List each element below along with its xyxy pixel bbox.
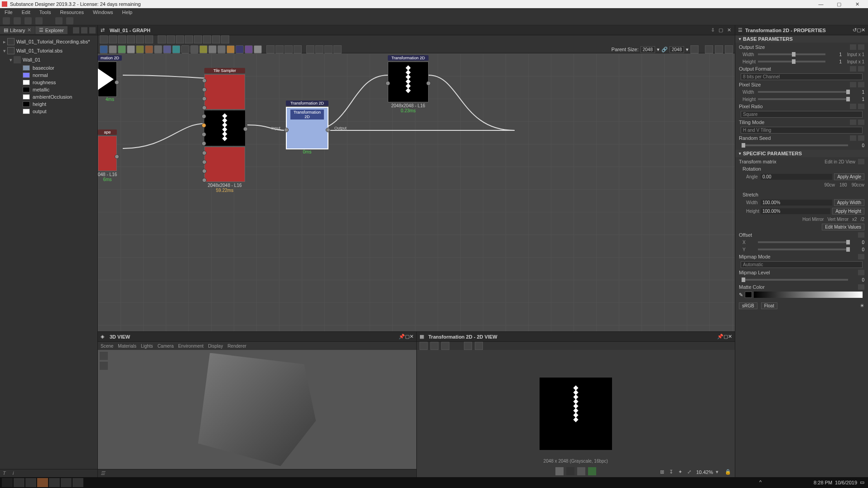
input-port[interactable]: [202, 141, 206, 146]
chevron-right-icon[interactable]: ▸: [2, 39, 7, 45]
button-apply-width[interactable]: Apply Width: [834, 199, 864, 206]
slider-height[interactable]: [758, 61, 825, 62]
input-port[interactable]: [202, 96, 207, 101]
channel-g-icon[interactable]: [577, 467, 585, 475]
tray-wifi-icon[interactable]: [796, 479, 802, 486]
start-button[interactable]: [2, 478, 13, 487]
button-apply-angle[interactable]: Apply Angle: [834, 173, 864, 180]
tab-explorer[interactable]: ☰ Explorer: [35, 26, 68, 34]
menu-display[interactable]: Display: [208, 344, 223, 349]
button-vert-mirror[interactable]: Vert Mirror: [827, 217, 849, 222]
view2d-viewport[interactable]: 2048 x 2048 (Grayscale, 16bpc) ⊞ ↧ ✦ ⤢ 1…: [417, 350, 735, 477]
inherit-icon[interactable]: [850, 82, 856, 87]
input-port[interactable]: [386, 81, 390, 86]
node-body[interactable]: [388, 62, 429, 102]
menu-renderer[interactable]: Renderer: [227, 344, 246, 349]
input-port[interactable]: [202, 123, 206, 128]
inherit-icon[interactable]: [850, 104, 856, 109]
button-hori-mirror[interactable]: Hori Mirror: [802, 217, 824, 222]
node-bitmap[interactable]: [245, 45, 253, 53]
tab-close-icon[interactable]: ✕: [27, 27, 31, 33]
output-normal[interactable]: normal: [0, 72, 97, 79]
open-icon[interactable]: [14, 17, 21, 24]
channel-b-icon[interactable]: [588, 467, 596, 475]
tray-battery-icon[interactable]: [786, 479, 793, 486]
menu-help[interactable]: Help: [120, 10, 135, 15]
input-port[interactable]: [202, 178, 207, 182]
frame-add-icon[interactable]: [285, 45, 293, 53]
section-specific-parameters[interactable]: SPECIFIC PARAMETERS: [735, 150, 868, 157]
value-height[interactable]: 1: [828, 59, 842, 64]
value-px-height[interactable]: 1: [851, 97, 864, 102]
node-body[interactable]: [98, 62, 117, 97]
node-hsl[interactable]: [181, 45, 189, 53]
menu-scene[interactable]: Scene: [101, 344, 113, 349]
value-mipmap-level[interactable]: 0: [851, 277, 864, 282]
reset-icon[interactable]: [858, 44, 864, 50]
node-curve[interactable]: [136, 45, 144, 53]
info-icon[interactable]: [464, 342, 472, 350]
node-blur[interactable]: [145, 45, 153, 53]
menu-tools[interactable]: Tools: [37, 10, 54, 15]
value-px-width[interactable]: 1: [851, 90, 864, 95]
taskbar-date[interactable]: 10/6/2019: [835, 480, 857, 485]
node-warp[interactable]: [163, 45, 171, 53]
pin-icon[interactable]: 📌: [399, 334, 405, 340]
input-angle[interactable]: [761, 174, 832, 180]
button-x2[interactable]: x2: [852, 217, 857, 222]
zoom-lock-icon[interactable]: ▾: [716, 469, 722, 475]
output-basecolor[interactable]: basecolor: [0, 64, 97, 72]
task-explorer-icon[interactable]: [72, 478, 83, 487]
reset-icon[interactable]: [858, 254, 864, 259]
node-sharpen[interactable]: [154, 45, 162, 53]
display-icon[interactable]: [324, 45, 333, 53]
info-icon[interactable]: T: [3, 470, 9, 477]
reset-icon[interactable]: [858, 284, 864, 290]
undo-icon[interactable]: [55, 17, 63, 24]
input-stretch-width[interactable]: [761, 200, 832, 206]
input-port[interactable]: [202, 105, 207, 110]
menu-file[interactable]: File: [2, 10, 15, 15]
comment-icon[interactable]: [212, 35, 220, 43]
close-panel-icon[interactable]: ✕: [861, 27, 865, 33]
input-port[interactable]: [202, 169, 207, 173]
ruler-icon[interactable]: ↧: [669, 469, 675, 475]
fit-icon[interactable]: [109, 35, 117, 43]
info-icon[interactable]: [127, 35, 135, 43]
link-edit-2d[interactable]: Edit in 2D View: [825, 159, 855, 164]
value-offset-y[interactable]: 0: [851, 247, 864, 252]
pin-icon[interactable]: [73, 27, 79, 33]
node-channels[interactable]: [199, 45, 207, 53]
button-edit-matrix[interactable]: Edit Matrix Values: [822, 224, 864, 230]
node-body[interactable]: [204, 74, 245, 110]
light-icon[interactable]: [100, 362, 108, 370]
zoom-icon[interactable]: [145, 35, 153, 43]
new-icon[interactable]: [420, 342, 428, 350]
input-port[interactable]: [202, 132, 206, 137]
save-all-icon[interactable]: [35, 17, 43, 24]
slider-px-width[interactable]: [758, 91, 848, 93]
output-port[interactable]: [426, 81, 431, 86]
chevron-down-icon[interactable]: ▾: [686, 47, 689, 53]
reset-icon[interactable]: [858, 120, 864, 125]
menu-lights[interactable]: Lights: [141, 344, 153, 349]
grid-icon[interactable]: [221, 35, 229, 43]
slider-offset-y[interactable]: [758, 249, 848, 250]
inherit-icon[interactable]: [850, 44, 856, 50]
node-text[interactable]: [227, 45, 235, 53]
brightness-icon[interactable]: ☀: [860, 303, 864, 309]
button-div2[interactable]: /2: [861, 217, 864, 222]
value-width[interactable]: 1: [828, 52, 842, 57]
minimize-button[interactable]: —: [812, 1, 830, 7]
italic-icon[interactable]: i: [13, 470, 19, 477]
node-levels[interactable]: [127, 45, 135, 53]
select-icon[interactable]: [100, 35, 108, 43]
align-v-icon[interactable]: [185, 35, 193, 43]
break-icon[interactable]: [167, 35, 175, 43]
node-uniform-color[interactable]: [100, 45, 108, 53]
dock-icon[interactable]: ⇩: [709, 27, 716, 33]
button-srgb[interactable]: sRGB: [739, 302, 757, 309]
graph-item[interactable]: ▾ Wall_01: [0, 55, 97, 64]
close-panel-icon[interactable]: [89, 27, 96, 33]
tray-nvidia-icon[interactable]: [750, 479, 757, 486]
